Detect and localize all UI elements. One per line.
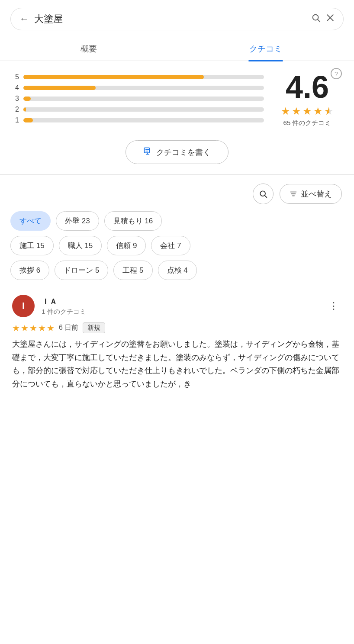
chips-row-2: 施工 15 職人 15 信頼 9 会社 7 — [10, 236, 344, 255]
bar-row-1: 1 — [12, 116, 264, 124]
review-text: 大塗屋さんには，サイディングの塗替をお願いしました。塗装は，サイディングから金物… — [12, 338, 342, 390]
chip-tenken[interactable]: 点検 4 — [158, 261, 197, 280]
bar-row-4: 4 — [12, 84, 264, 92]
reviewer-info: ＩＡ 1 件のクチコミ — [42, 296, 319, 316]
review-stars: ★ ★ ★ ★ ★ — [12, 323, 55, 333]
chip-shinrai[interactable]: 信頼 9 — [107, 236, 146, 255]
write-review-label: クチコミを書く — [156, 147, 211, 158]
rating-count: 65 件のクチコミ — [283, 119, 331, 127]
reviewer-meta: 1 件のクチコミ — [42, 308, 319, 316]
back-icon[interactable]: ← — [19, 13, 29, 25]
search-query: 大塗屋 — [34, 13, 306, 26]
chip-aisatsu[interactable]: 挨拶 6 — [10, 261, 49, 280]
tabs: 概要 クチコミ — [0, 36, 354, 61]
reviewer-header: I ＩＡ 1 件のクチコミ ⋮ — [12, 295, 342, 317]
overall-rating: 4.6 ★ ★ ★ ★ ★ ★ 65 件のクチコミ — [273, 71, 342, 127]
chip-all[interactable]: すべて — [10, 211, 51, 231]
chip-shokunin[interactable]: 職人 15 — [59, 236, 102, 255]
review-stars-row: ★ ★ ★ ★ ★ 6 日前 新規 — [12, 322, 342, 333]
chip-mitsumori[interactable]: 見積もり 16 — [104, 211, 162, 231]
close-icon[interactable] — [326, 13, 335, 25]
bar-row-5: 5 — [12, 73, 264, 81]
edit-icon — [143, 147, 152, 158]
bar-row-3: 3 — [12, 95, 264, 103]
chip-koutei[interactable]: 工程 5 — [113, 261, 152, 280]
svg-line-1 — [318, 19, 320, 22]
help-icon[interactable]: ? — [331, 68, 342, 79]
rating-stars: ★ ★ ★ ★ ★ ★ — [281, 105, 334, 117]
rating-section: ? 5 4 3 2 1 — [0, 61, 354, 136]
write-review-button[interactable]: クチコミを書く — [126, 140, 228, 164]
review-date: 6 日前 — [59, 323, 78, 332]
new-badge: 新規 — [83, 322, 105, 333]
chips-row-3: 挨拶 6 ドローン 5 工程 5 点検 4 — [10, 261, 344, 280]
chip-gaiheki[interactable]: 外壁 23 — [56, 211, 99, 231]
bar-row-2: 2 — [12, 106, 264, 113]
avatar: I — [12, 295, 35, 317]
reviews-section: I ＩＡ 1 件のクチコミ ⋮ ★ ★ ★ ★ ★ 6 日前 新規 大塗屋さんに… — [0, 284, 354, 390]
tab-overview[interactable]: 概要 — [0, 36, 177, 61]
svg-rect-4 — [145, 148, 150, 153]
reviewer-name: ＩＡ — [42, 296, 319, 307]
svg-line-6 — [265, 196, 267, 198]
filter-sort-bar: 並べ替え — [0, 175, 354, 211]
chips-row-1: すべて 外壁 23 見積もり 16 — [10, 211, 344, 231]
chip-drone[interactable]: ドローン 5 — [55, 261, 108, 280]
chip-kaisha[interactable]: 会社 7 — [151, 236, 190, 255]
sort-label: 並べ替え — [301, 189, 332, 199]
chips-section: すべて 外壁 23 見積もり 16 施工 15 職人 15 信頼 9 会社 7 … — [0, 211, 354, 284]
search-bar: ← 大塗屋 — [10, 8, 344, 30]
sort-button[interactable]: 並べ替え — [280, 184, 342, 204]
more-options-button[interactable]: ⋮ — [325, 299, 342, 313]
tab-reviews[interactable]: クチコミ — [177, 36, 354, 61]
search-icon[interactable] — [311, 13, 321, 25]
filter-search-button[interactable] — [253, 184, 274, 204]
rating-score: 4.6 — [286, 71, 329, 103]
chip-sekou[interactable]: 施工 15 — [10, 236, 54, 255]
rating-bar-chart: 5 4 3 2 1 — [12, 73, 264, 124]
